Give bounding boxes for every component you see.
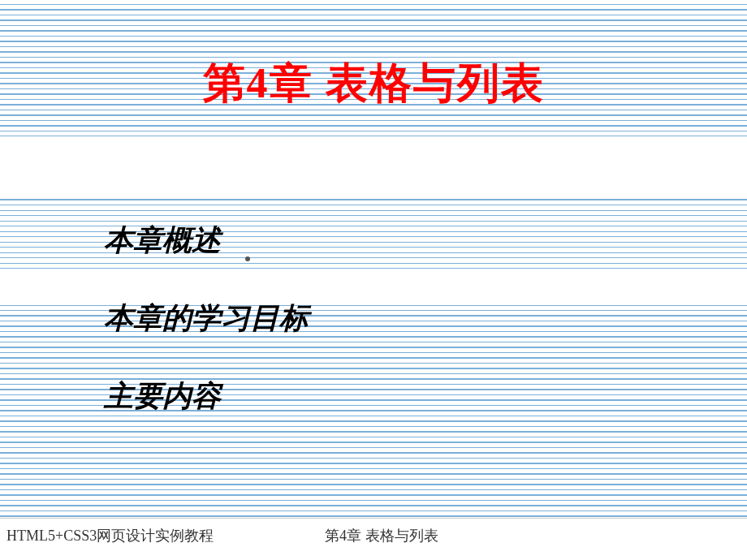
section-content: 主要内容 (104, 377, 221, 416)
chapter-title: 第4章 表格与列表 (0, 55, 747, 112)
section-overview: 本章概述 (104, 221, 221, 261)
footer-bar: HTML5+CSS3网页设计实例教程 第4章 表格与列表 (0, 518, 747, 560)
footer-chapter-label: 第4章 表格与列表 (325, 526, 438, 545)
section-goals: 本章的学习目标 (104, 299, 309, 338)
white-band-upper (0, 136, 747, 196)
decorative-dot (245, 256, 250, 261)
white-band-middle (0, 273, 747, 300)
footer-book-title: HTML5+CSS3网页设计实例教程 (6, 526, 214, 545)
